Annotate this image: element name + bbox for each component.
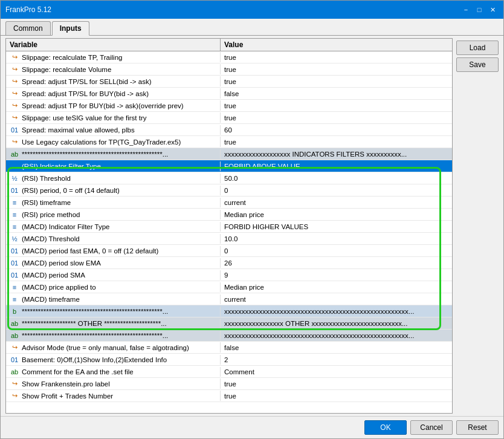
variable-text: Show Profit + Trades Number <box>22 392 113 400</box>
tab-inputs[interactable]: Inputs <box>52 21 89 36</box>
cell-value: false <box>221 343 452 353</box>
variable-text: ****************************************… <box>22 151 168 158</box>
cancel-button[interactable]: Cancel <box>410 420 453 435</box>
cell-value: 26 <box>221 258 452 268</box>
table-row[interactable]: ≡ (RSI) price method Median price <box>6 209 452 221</box>
table-row[interactable]: ↪ Spread: adjust TP for BUY(bid -> ask)(… <box>6 100 452 112</box>
row-icon: 01 <box>10 356 19 363</box>
tab-common[interactable]: Common <box>5 21 51 35</box>
row-icon: ≡ <box>10 296 19 303</box>
table-row[interactable]: 01 (MACD) period fast EMA, 0 = off (12 d… <box>6 245 452 257</box>
row-icon: ↪ <box>10 65 19 73</box>
window-title: FrankPro 5.12 <box>5 5 51 14</box>
row-icon: ≡ <box>10 284 19 291</box>
cell-variable: ↪ Spread: adjust TP/SL for SELL(bid -> a… <box>6 76 221 86</box>
variable-text: Comment for the EA and the .set file <box>22 368 134 376</box>
row-icon: ↪ <box>10 343 19 351</box>
reset-button[interactable]: Reset <box>456 420 499 435</box>
row-icon: ½ <box>10 235 19 242</box>
minimize-button[interactable]: − <box>460 4 472 15</box>
table-row[interactable]: ↪ Spread: adjust TP/SL for BUY(bid -> as… <box>6 88 452 100</box>
cell-variable: b **************************************… <box>6 307 221 316</box>
close-button[interactable]: ✕ <box>486 4 499 15</box>
table-row[interactable]: ↪ Slippage: use teSIG value for the firs… <box>6 112 452 124</box>
save-button[interactable]: Save <box>456 57 499 72</box>
cell-value: xxxxxxxxxxxxxxxxx OTHER xxxxxxxxxxxxxxxx… <box>221 319 452 328</box>
table-row[interactable]: 01 (MACD) period slow EMA 26 <box>6 257 452 269</box>
table-row[interactable]: ↪ Show Profit + Trades Number true <box>6 390 452 402</box>
table-row[interactable]: ≡ (MACD) Indicator Filter Type FORBID HI… <box>6 221 452 233</box>
cell-variable: ≡ (RSI) price method <box>6 210 221 219</box>
variable-text: Show Frankenstein.pro label <box>22 380 110 388</box>
row-icon: b <box>10 308 19 315</box>
variable-text: (MACD) Threshold <box>22 235 80 242</box>
table-body[interactable]: ↪ Slippage: recalculate TP, Trailing tru… <box>6 51 452 413</box>
variable-text: ******************** OTHER *************… <box>22 320 167 327</box>
variable-text: ****************************************… <box>22 332 168 339</box>
table-row[interactable]: ≡ (MACD) timeframe current <box>6 293 452 305</box>
variable-text: (MACD) period SMA <box>22 272 85 279</box>
cell-value: xxxxxxxxxxxxxxxxxxxxxxxxxxxxxxxxxxxxxxxx… <box>221 307 452 316</box>
table-row[interactable]: 01 (MACD) period SMA 9 <box>6 269 452 281</box>
table-row[interactable]: ↪ Slippage: recalculate Volume true <box>6 63 452 76</box>
load-button[interactable]: Load <box>456 41 499 55</box>
row-icon: ↪ <box>10 53 19 61</box>
row-icon: ≡ <box>10 199 19 206</box>
table-row[interactable]: ↪ Slippage: recalculate TP, Trailing tru… <box>6 51 452 63</box>
row-icon: 01 <box>10 187 19 194</box>
table-row[interactable]: 01 Spread: maximal value allowed, plbs 6… <box>6 124 452 136</box>
cell-value: false <box>221 89 452 99</box>
table-row[interactable]: ↪ Spread: adjust TP/SL for SELL(bid -> a… <box>6 76 452 88</box>
table-row[interactable]: ½ (MACD) Threshold 10.0 <box>6 233 452 245</box>
table-row[interactable]: ↪ Advisor Mode (true = only manual, fals… <box>6 342 452 354</box>
tabs-bar: Common Inputs <box>1 19 503 36</box>
cell-value: 10.0 <box>221 234 452 244</box>
cell-value: true <box>221 53 452 62</box>
cell-variable: ↪ Slippage: recalculate Volume <box>6 64 221 74</box>
cell-variable: ↪ Show Profit + Trades Number <box>6 391 221 401</box>
cell-variable: ↪ Show Frankenstein.pro label <box>6 379 221 389</box>
variable-text: Advisor Mode (true = only manual, false … <box>22 344 189 351</box>
table-row[interactable]: ab *************************************… <box>6 330 452 342</box>
variable-text: ****************************************… <box>22 308 168 315</box>
ok-button[interactable]: OK <box>364 420 407 435</box>
table-row[interactable]: ab *************************************… <box>6 148 452 160</box>
row-icon: ab <box>10 368 19 376</box>
variable-text: (MACD) Indicator Filter Type <box>22 223 110 230</box>
row-icon: ↪ <box>10 114 19 122</box>
variable-text: Slippage: recalculate Volume <box>22 66 111 73</box>
table-header: Variable Value <box>6 39 452 51</box>
row-icon: ab <box>10 151 19 158</box>
cell-value: true <box>221 65 452 74</box>
cell-value: true <box>221 137 452 147</box>
cell-value: xxxxxxxxxxxxxxxxxxx INDICATORS FILTERS x… <box>221 149 452 159</box>
cell-value: Comment <box>221 367 452 377</box>
table-row[interactable]: — (RSI) Indicator Filter Type FORBID ABO… <box>6 160 452 172</box>
table-row[interactable]: ab ******************** OTHER **********… <box>6 317 452 330</box>
variable-text: (MACD) period slow EMA <box>22 259 101 267</box>
cell-variable: 01 (MACD) period SMA <box>6 270 221 280</box>
table-row[interactable]: 01 Basement: 0)Off,(1)Show Info,(2)Exten… <box>6 354 452 366</box>
table-row[interactable]: ≡ (RSI) timeframe current <box>6 197 452 209</box>
row-icon: ≡ <box>10 223 19 230</box>
table-row[interactable]: ↪ Use Legacy calculations for TP(TG_DayT… <box>6 136 452 148</box>
table-row[interactable]: ab Comment for the EA and the .set file … <box>6 366 452 378</box>
table-row[interactable]: ↪ Show Frankenstein.pro label true <box>6 378 452 390</box>
maximize-button[interactable]: □ <box>473 4 485 15</box>
row-icon: ab <box>10 320 19 327</box>
cell-variable: ab Comment for the EA and the .set file <box>6 367 221 377</box>
main-window: FrankPro 5.12 − □ ✕ Common Inputs Variab… <box>0 0 504 439</box>
row-icon: 01 <box>10 259 19 267</box>
table-row[interactable]: b **************************************… <box>6 305 452 317</box>
table-row[interactable]: 01 (RSI) period, 0 = off (14 default) 0 <box>6 184 452 197</box>
cell-variable: ↪ Advisor Mode (true = only manual, fals… <box>6 342 221 353</box>
row-icon: 01 <box>10 126 19 134</box>
row-icon: 01 <box>10 247 19 255</box>
row-icon: ↪ <box>10 102 19 109</box>
table-row[interactable]: ½ (RSI) Threshold 50.0 <box>6 172 452 184</box>
table-row[interactable]: ≡ (MACD) price applied to Median price <box>6 281 452 293</box>
row-icon: 01 <box>10 272 19 279</box>
content-area: Variable Value ↪ Slippage: recalculate T… <box>1 36 503 416</box>
cell-value: 2 <box>221 355 452 365</box>
row-icon: ↪ <box>10 138 19 146</box>
